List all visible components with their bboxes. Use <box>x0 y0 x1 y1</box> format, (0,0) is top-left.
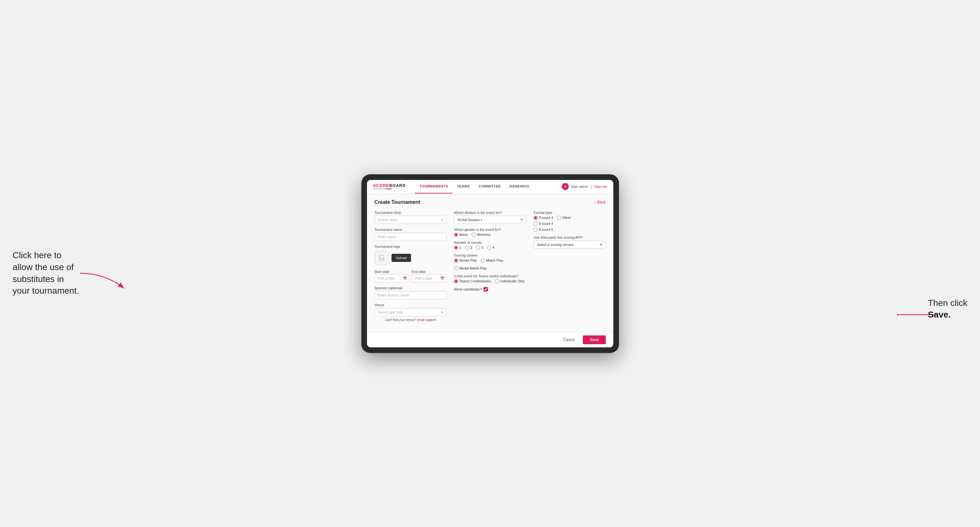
annotation-right: Then click Save. <box>928 297 967 321</box>
start-date-group: Start date 📅 <box>374 268 409 283</box>
api-group: Use third-party live scoring API? Select… <box>533 235 606 249</box>
gender-mens[interactable]: Mens <box>454 233 468 237</box>
logo-clippd: clippd <box>385 187 392 190</box>
image-icon <box>378 255 385 261</box>
api-select[interactable]: Select a scoring service Select & scorin… <box>533 241 606 249</box>
start-date-label: Start date <box>374 270 390 273</box>
event-teams-radio[interactable] <box>454 279 458 283</box>
format-label: Format type <box>533 211 606 214</box>
venue-note: Can't find your venue? email support <box>374 318 447 322</box>
logo-area: SCOREBOARD Powered by clippd <box>373 183 406 190</box>
form-section-middle: Which division is the event for? NCAA Di… <box>454 211 526 322</box>
start-date-wrap: 📅 <box>374 274 409 283</box>
gender-womens[interactable]: Womens <box>472 233 490 237</box>
event-type-label: Is this event for Teams and/or Individua… <box>454 274 526 278</box>
substitutes-group: Allow substitutes? <box>454 287 526 292</box>
nav-user: B blair admin | Sign out <box>562 183 607 190</box>
division-select[interactable]: NCAA Division I <box>454 216 526 224</box>
gender-label: Which gender is the event for? <box>454 228 526 232</box>
event-type-radio-group: Teams (+Individuals) Individuals Only <box>454 279 526 283</box>
signout-link[interactable]: Sign out <box>594 185 607 189</box>
event-individuals-radio[interactable] <box>495 279 499 283</box>
logo-powered: Powered by clippd <box>373 187 406 190</box>
sponsor-group: Sponsor (optional) <box>374 286 447 299</box>
scoring-stroke-radio[interactable] <box>454 259 458 263</box>
logo-placeholder <box>374 251 388 265</box>
tablet-frame: SCOREBOARD Powered by clippd TOURNAMENTS… <box>361 174 619 353</box>
rounds-1[interactable]: 1 <box>454 246 461 250</box>
end-date-wrap: 📅 <box>412 274 447 283</box>
rounds-4[interactable]: 4 <box>487 246 494 250</box>
host-label: Tournament Host <box>374 211 447 214</box>
nav-link-teams[interactable]: TEAMS <box>452 180 474 194</box>
division-group: Which division is the event for? NCAA Di… <box>454 211 526 224</box>
email-support-link[interactable]: email support <box>417 318 436 322</box>
back-link[interactable]: ‹ Back <box>595 200 606 205</box>
annotation-left: Click here to allow the use of substitut… <box>13 249 82 297</box>
rounds-2[interactable]: 2 <box>465 246 472 250</box>
page-header: Create Tournament ‹ Back <box>374 199 606 205</box>
format-options: 5 count 4 Other 6 count 4 <box>533 216 606 232</box>
sponsor-input[interactable] <box>374 291 447 299</box>
format-group: Format type 5 count 4 Other <box>533 211 606 232</box>
end-date-label: End date <box>412 270 425 273</box>
scoring-match[interactable]: Match Play <box>481 259 503 263</box>
scoring-stroke[interactable]: Stroke Play <box>454 259 477 263</box>
rounds-1-radio[interactable] <box>454 246 458 250</box>
scoring-match-radio[interactable] <box>481 259 485 263</box>
format-5count4-radio[interactable] <box>533 216 538 220</box>
event-individuals[interactable]: Individuals Only <box>495 279 525 283</box>
substitutes-checkbox[interactable] <box>484 287 488 292</box>
scoring-medal-radio[interactable] <box>454 266 458 270</box>
venue-group: Venue ▼ Can't find your venue? email sup… <box>374 303 447 322</box>
logo-upload-area: Upload <box>374 251 447 265</box>
username: blair admin <box>571 185 588 189</box>
format-other[interactable]: Other <box>557 216 571 220</box>
logo-group: Tournament logo Upload <box>374 244 447 265</box>
venue-input[interactable] <box>374 308 447 316</box>
gender-womens-radio[interactable] <box>472 233 476 237</box>
nav-link-committee[interactable]: COMMITTEE <box>474 180 505 194</box>
rounds-group: Number of rounds 1 2 <box>454 241 526 250</box>
logo-label: Tournament logo <box>374 244 447 248</box>
scoring-medal[interactable]: Medal Match Play <box>454 266 487 270</box>
rounds-4-radio[interactable] <box>487 246 491 250</box>
substitutes-label: Allow substitutes? <box>454 287 482 291</box>
nav-link-tournaments[interactable]: TOURNAMENTS <box>415 180 452 194</box>
gender-mens-radio[interactable] <box>454 233 458 237</box>
end-date-group: End date 📅 <box>412 268 447 283</box>
svg-rect-1 <box>379 256 384 260</box>
nav-divider: | <box>591 185 592 189</box>
format-6count4[interactable]: 6 count 4 <box>533 222 606 226</box>
nav-link-rankings[interactable]: RANKINGS <box>505 180 534 194</box>
scoring-radio-group: Stroke Play Match Play Medal Match Play <box>454 259 526 270</box>
format-6count5[interactable]: 6 count 5 <box>533 228 606 232</box>
rounds-label: Number of rounds <box>454 241 526 244</box>
avatar: B <box>562 183 569 190</box>
save-button[interactable]: Save <box>583 335 606 344</box>
format-5count4[interactable]: 5 count 4 <box>533 216 553 220</box>
scoring-group: Scoring system Stroke Play Match Play <box>454 254 526 270</box>
rounds-radio-group: 1 2 3 <box>454 246 526 250</box>
event-teams[interactable]: Teams (+Individuals) <box>454 279 491 283</box>
dates-group: Start date 📅 End date <box>374 268 447 283</box>
nav-links: TOURNAMENTS TEAMS COMMITTEE RANKINGS <box>415 180 562 194</box>
rounds-3[interactable]: 3 <box>476 246 483 250</box>
rounds-3-radio[interactable] <box>476 246 480 250</box>
substitutes-checkbox-label[interactable]: Allow substitutes? <box>454 287 526 292</box>
name-input[interactable] <box>374 233 447 241</box>
page-content: Create Tournament ‹ Back Tournament Host… <box>367 194 613 332</box>
event-type-group: Is this event for Teams and/or Individua… <box>454 274 526 283</box>
format-6count5-radio[interactable] <box>533 228 538 232</box>
rounds-2-radio[interactable] <box>465 246 469 250</box>
api-label: Use third-party live scoring API? <box>533 235 606 239</box>
format-other-radio[interactable] <box>557 216 561 220</box>
cancel-button[interactable]: Cancel <box>558 335 580 344</box>
host-input[interactable] <box>374 216 447 224</box>
format-6count4-radio[interactable] <box>533 222 538 226</box>
upload-button[interactable]: Upload <box>391 254 411 262</box>
nav-bar: SCOREBOARD Powered by clippd TOURNAMENTS… <box>367 180 613 194</box>
search-icon: ▼ <box>441 218 444 221</box>
division-label: Which division is the event for? <box>454 211 526 214</box>
gender-radio-group: Mens Womens <box>454 233 526 237</box>
